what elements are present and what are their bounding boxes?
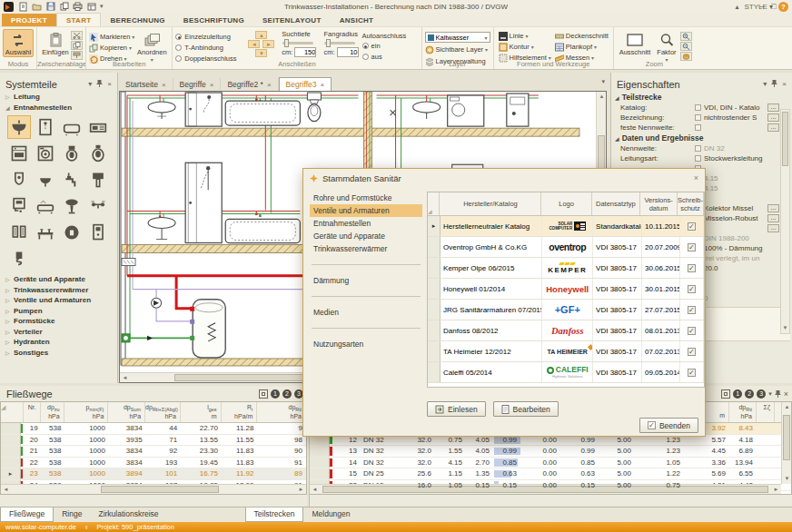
row-selector[interactable] — [428, 258, 441, 278]
sidebar-item-verteiler[interactable]: ▷Verteiler — [0, 327, 117, 338]
layout-2-icon[interactable]: 2 — [745, 389, 754, 399]
window-layout-icon[interactable] — [259, 389, 268, 399]
ellipsis-button[interactable]: ... — [767, 224, 779, 232]
catalog-row[interactable]: TA Heimeier 12/2012TA HEIMEIERVDI 3805-1… — [428, 341, 704, 362]
scroll-left-icon[interactable]: ◄ — [120, 373, 130, 383]
column-header[interactable]: Versions- datum — [640, 192, 678, 215]
arrow-left-button[interactable]: ◄ — [248, 40, 260, 48]
catalog-row[interactable]: Caleffi 05/2014CALEFFIHydronic Solutions… — [428, 362, 704, 383]
new-document-icon[interactable] — [18, 2, 28, 12]
shower-cabin-icon[interactable] — [34, 115, 57, 139]
style-menu[interactable]: STYLE ▾ — [744, 3, 773, 11]
scroll-up-icon[interactable]: ▲ — [597, 92, 607, 102]
scroll-right-icon[interactable]: ► — [771, 485, 781, 495]
flow-row-20[interactable]: 20538100039357113.5511.5598 — [1, 435, 306, 447]
fangradius-slider[interactable] — [324, 42, 355, 44]
tab-close-icon[interactable]: × — [267, 81, 272, 89]
dialog-nav-trinkwassererwärmer[interactable]: Trinkwassererwärmer — [310, 242, 422, 255]
row-selector[interactable] — [428, 341, 441, 361]
panel-menu-caret-icon[interactable]: ▾ — [88, 80, 92, 88]
arrow-up-button[interactable]: ▲ — [255, 31, 267, 39]
layout-1-icon[interactable]: 1 — [733, 389, 742, 399]
property-value[interactable]: 4.15 — [704, 174, 792, 182]
row-selector[interactable] — [428, 320, 441, 340]
flow-row-21[interactable]: 21538100038349223.3011.8390 — [1, 446, 306, 458]
row-selector[interactable] — [428, 279, 441, 299]
property-value[interactable]: Stockwerksleitung — [704, 154, 792, 163]
segment-row-13[interactable]: 13DN 3232.01.554.050.990.000.995.001.234… — [310, 446, 791, 458]
copy-icon[interactable] — [59, 2, 69, 12]
dialog-nav-ventile-und-armaturen[interactable]: Ventile und Armaturen — [310, 204, 422, 217]
row-selector[interactable] — [1, 423, 21, 434]
column-header[interactable]: dpSumhPa — [108, 402, 145, 422]
row-selector[interactable] — [428, 300, 441, 320]
dialog-nav-medien[interactable]: Medien — [310, 306, 422, 319]
catalog-row[interactable]: ▸Herstellerneutraler KatalogSOLAR COMPUT… — [428, 216, 704, 237]
tab-close-icon[interactable]: × — [162, 81, 166, 89]
row-selector[interactable]: ▸ — [1, 468, 21, 479]
pin-icon[interactable] — [771, 79, 777, 89]
wc-flush-icon[interactable] — [86, 142, 110, 165]
property-value[interactable]: Kolektor Missel — [704, 204, 767, 212]
column-header[interactable]: Nr. — [24, 402, 41, 422]
drinking-fountain-icon[interactable] — [60, 221, 84, 244]
auswahl-button[interactable]: Auswahl — [3, 29, 34, 57]
tab-ringe[interactable]: Ringe — [54, 507, 90, 522]
ausschnitt-button[interactable]: Ausschnitt — [617, 29, 653, 57]
schreibschutz-checkbox[interactable]: ✓ — [688, 369, 696, 377]
dialog-nav-geräte-und-apparate[interactable]: Geräte und Apparate — [310, 230, 422, 242]
help-icon[interactable]: ? — [778, 2, 788, 12]
linie-button[interactable]: Linie▾ — [499, 31, 551, 41]
column-header[interactable]: Σζ — [757, 402, 775, 422]
property-value[interactable]: DIN 1988-200 — [704, 234, 792, 242]
tab-zirkulationskreise[interactable]: Zirkulationskreise — [90, 507, 166, 522]
column-header[interactable]: Datensatztyp — [592, 192, 640, 215]
water-dispenser-icon[interactable] — [86, 221, 110, 244]
pane-close-icon[interactable]: × — [784, 389, 788, 399]
radio-auto-ein[interactable]: ein — [362, 41, 419, 51]
urinal-icon[interactable] — [7, 168, 31, 192]
pane-menu-caret-icon[interactable]: ▾ — [768, 390, 772, 398]
window-icon[interactable] — [86, 2, 96, 12]
property-value[interactable]: 100% - Dämmung — [704, 244, 792, 252]
row-selector[interactable] — [1, 458, 21, 468]
twin-heater-icon[interactable] — [7, 221, 31, 244]
layout-3-icon[interactable]: 3 — [757, 389, 766, 399]
schreibschutz-checkbox[interactable]: ✓ — [688, 285, 696, 293]
radio-einzelzuleitung[interactable]: Einzelzuleitung — [175, 32, 244, 42]
property-value[interactable]: frei verlegt, im un — [704, 254, 792, 262]
ellipsis-button[interactable]: ... — [767, 214, 779, 222]
ellipsis-button[interactable]: ... — [767, 113, 779, 122]
kontur-button[interactable]: Kontur▾ — [499, 42, 551, 52]
sichtbare-layer-button[interactable]: Sichtbare Layer▾ — [425, 44, 490, 54]
hand-basin-icon[interactable] — [34, 168, 57, 192]
sidebar-item-hydranten[interactable]: ▷Hydranten — [0, 337, 117, 348]
washing-machine-icon[interactable] — [34, 142, 57, 165]
arrow-down-button[interactable]: ▼ — [255, 49, 267, 57]
ellipsis-button[interactable]: ... — [767, 204, 779, 212]
schreibschutz-checkbox[interactable]: ✓ — [688, 264, 696, 272]
window-layout-icon[interactable] — [721, 389, 730, 399]
catalog-row[interactable]: Oventrop GmbH & Co.KGoventropVDI 3805-17… — [428, 237, 704, 258]
layout-2-icon[interactable]: 2 — [282, 389, 292, 399]
print-icon[interactable] — [73, 2, 83, 12]
save-icon[interactable] — [45, 2, 55, 12]
cut-icon[interactable] — [71, 31, 83, 40]
small-tub-icon[interactable] — [34, 194, 57, 218]
deckenschnitt-button[interactable]: Deckenschnitt — [555, 31, 609, 41]
wc-cistern-icon[interactable] — [86, 168, 110, 192]
teilstrecken-vscrollbar[interactable]: ▲ ▼ — [781, 402, 791, 484]
ellipsis-button[interactable]: ... — [767, 103, 779, 112]
ribbon-tab-projekt[interactable]: PROJEKT — [2, 14, 56, 26]
column-header[interactable]: Hersteller/Katalog — [440, 192, 541, 215]
tab-meldungen[interactable]: Meldungen — [303, 507, 358, 522]
properties-vscrollbar[interactable]: ▼ — [780, 109, 790, 334]
fangradius-input[interactable] — [337, 47, 359, 57]
tab-fließwege[interactable]: Fließwege — [0, 507, 54, 522]
column-header[interactable]: lgesm — [181, 402, 222, 422]
row-selector[interactable] — [428, 362, 441, 382]
sidebar-item-trinkwassererwärmer[interactable]: ▷Trinkwassererwärmer — [0, 285, 117, 296]
schreibschutz-checkbox[interactable]: ✓ — [688, 222, 696, 231]
ribbon-tab-seitenlayout[interactable]: SEITENLAYOUT — [253, 14, 331, 26]
panel-close-icon[interactable]: × — [107, 80, 112, 88]
